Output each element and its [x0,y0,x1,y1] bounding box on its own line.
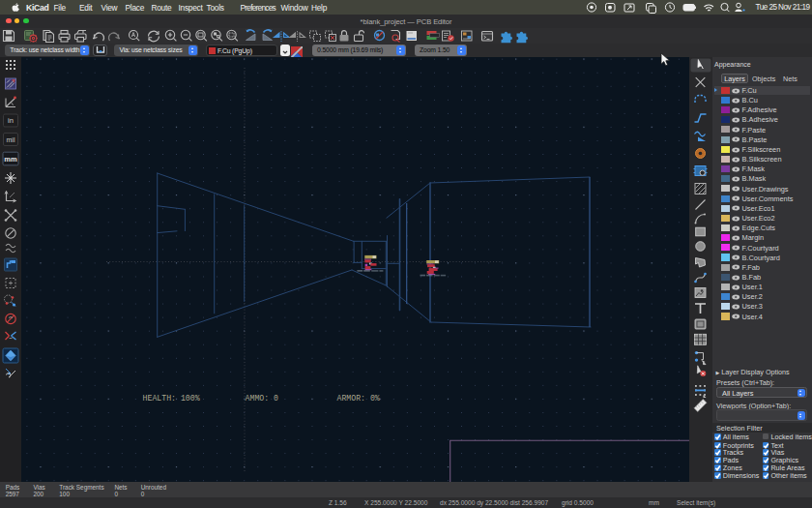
svg-text:AMMO: 0: AMMO: 0 [246,394,278,403]
svg-text:in: in [8,116,14,125]
svg-text:ARMOR: 0%: ARMOR: 0% [337,394,380,403]
svg-text:mm: mm [4,155,17,164]
svg-text:HEALTH: 100%: HEALTH: 100% [143,394,200,403]
svg-text:mil: mil [7,136,15,143]
